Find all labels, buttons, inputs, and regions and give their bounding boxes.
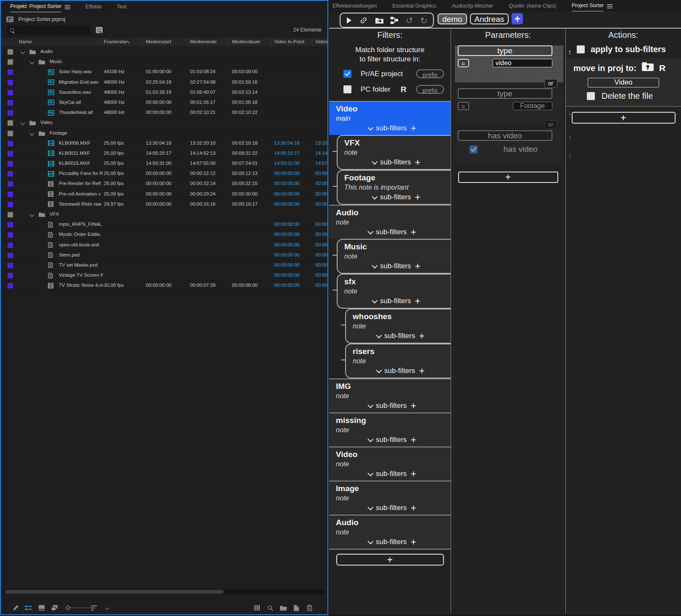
tab-left-1[interactable]: Effekte [85, 2, 102, 12]
label-color-chip[interactable] [8, 212, 13, 217]
label-color-chip[interactable] [8, 49, 13, 55]
add-filter-button[interactable]: + [336, 554, 444, 566]
column-divider[interactable] [271, 39, 271, 45]
expand-chevron-icon[interactable] [20, 49, 25, 54]
filter-name[interactable]: Audio [336, 518, 448, 528]
add-sub-filter-button[interactable]: + [411, 436, 416, 444]
item-name[interactable]: TV set Maske.psd [59, 262, 98, 267]
filter-name[interactable]: Footage [344, 173, 448, 183]
thumbnail-view-icon[interactable] [38, 604, 45, 612]
tab-right-4[interactable]: Project Sorter [572, 0, 612, 11]
project-row-clip[interactable]: Pre-Render for Refl25,00 fps00:00:00:000… [1, 179, 327, 189]
add-sub-filter-button[interactable]: + [415, 158, 420, 167]
column-header-6[interactable]: Video Ou [315, 39, 328, 44]
filter-note[interactable]: main [336, 114, 448, 123]
item-name[interactable]: Piccadilly Fans for R [59, 171, 103, 176]
project-row-bin[interactable]: Video [1, 118, 327, 128]
chevron-down-icon[interactable] [367, 539, 373, 545]
filter-name[interactable]: VFX [344, 138, 448, 148]
delete-file-checkbox[interactable] [587, 92, 595, 100]
project-row-clip[interactable]: TV Stratic Noise 4.m30,00 fps00:00:00:00… [1, 281, 327, 291]
filter-card-whooshes[interactable]: whooshesnotesub-filters+ [345, 309, 451, 344]
label-color-chip[interactable] [8, 80, 13, 85]
target-bin-field[interactable]: Video [588, 78, 659, 87]
or-badge[interactable]: or [544, 79, 557, 88]
chevron-down-icon[interactable] [103, 604, 111, 612]
parameter-value-input[interactable] [493, 59, 552, 67]
column-divider[interactable] [100, 39, 101, 45]
parameter-type-dropdown[interactable]: type [458, 45, 552, 56]
label-color-chip[interactable] [8, 161, 13, 167]
label-color-chip[interactable] [8, 69, 13, 75]
redo-button[interactable]: ↻ [420, 16, 428, 25]
move-parameter-down-icon[interactable]: ↓ [568, 151, 572, 159]
tab-right-2[interactable]: Audioclip-Mischer [452, 1, 494, 11]
item-name[interactable]: Pre-Render for Refl [59, 181, 101, 186]
filter-name[interactable]: Image [336, 484, 448, 494]
panel-menu-icon[interactable] [607, 6, 612, 7]
chevron-down-icon[interactable] [367, 505, 373, 510]
chevron-down-icon[interactable] [372, 263, 377, 269]
filter-card-Video[interactable]: Videomainsub-filters+ [329, 102, 451, 135]
project-row-clip[interactable]: Thunderbeat.aif48000 Hz00:00:00:0000:02:… [1, 108, 327, 118]
or-badge-dim[interactable]: or [544, 120, 557, 129]
filter-note[interactable]: note [344, 252, 448, 261]
freeform-view-icon[interactable] [51, 604, 58, 612]
zoom-slider-icon[interactable] [77, 604, 84, 612]
column-header-4[interactable]: Mediendauer [232, 39, 260, 44]
column-divider[interactable] [312, 39, 312, 45]
item-name[interactable]: mptv_RHPS_FINAL [59, 222, 102, 227]
preset-button-Andreas[interactable]: Andreas [470, 13, 509, 24]
sub-filters-label[interactable]: sub-filters [376, 504, 407, 512]
praeproject-checkbox[interactable] [343, 70, 351, 78]
sub-filters-label[interactable]: sub-filters [376, 402, 407, 410]
item-name[interactable]: Stern.psd [59, 252, 79, 257]
item-name[interactable]: Vintage TV Screen F [59, 272, 103, 278]
filter-card-Music[interactable]: Musicnotesub-filters+ [337, 239, 451, 274]
label-color-chip[interactable] [8, 253, 13, 258]
praeproject-prefix-button[interactable]: prefix [416, 69, 444, 78]
item-name[interactable]: Music [50, 59, 62, 64]
item-name[interactable]: SkyCar.aif [59, 100, 81, 105]
filter-note[interactable]: note [336, 426, 448, 434]
add-action-button[interactable]: + [572, 112, 676, 124]
filter-note[interactable]: note [336, 528, 448, 537]
column-header-1[interactable]: Framerate [104, 39, 126, 44]
filter-note[interactable]: note [336, 391, 448, 400]
label-color-chip[interactable] [8, 131, 13, 136]
expand-chevron-icon[interactable] [29, 131, 34, 135]
project-row-clip[interactable]: Vintage TV Screen F00:00:00:0000:00:04:2… [1, 271, 327, 281]
label-color-chip[interactable] [8, 120, 13, 126]
filter-name[interactable]: whooshes [353, 312, 448, 322]
filter-name[interactable]: IMG [336, 381, 448, 391]
filter-card-Video[interactable]: Videonotesub-filters+ [329, 447, 451, 481]
tab-left-0[interactable]: Projekt: Project Sorter [10, 1, 70, 12]
item-name[interactable]: Video [40, 120, 53, 125]
add-sub-filter-button[interactable]: + [411, 402, 416, 410]
filter-name[interactable]: risers [353, 346, 448, 357]
filter-name[interactable]: Video [336, 449, 448, 460]
filter-name[interactable]: Video [336, 104, 448, 114]
item-name[interactable]: Footage [50, 130, 67, 135]
project-row-clip[interactable]: KLB0006.MXF25,00 fps13:30:04:1813:32:20:… [1, 139, 327, 149]
column-header-3[interactable]: Medienende [190, 39, 216, 44]
new-item-icon[interactable] [293, 604, 300, 612]
expand-chevron-icon[interactable] [20, 121, 25, 125]
has-video-checkbox[interactable] [470, 145, 478, 153]
tab-right-3[interactable]: Quelle: (keine Clips) [509, 1, 556, 11]
preset-button-demo[interactable]: demo [438, 13, 467, 24]
column-divider[interactable] [187, 39, 187, 45]
undo-button[interactable]: ↺ [406, 16, 413, 25]
chevron-down-icon[interactable] [367, 436, 373, 442]
sub-filters-label[interactable]: sub-filters [376, 470, 407, 478]
filter-note[interactable]: note [336, 460, 448, 468]
parameter-type-dropdown[interactable]: has video [458, 130, 552, 141]
project-row-clip[interactable]: Pre-roll Animation v25,00 fps00:00:00:00… [1, 190, 327, 200]
search-icon[interactable] [267, 604, 274, 612]
chevron-down-icon[interactable] [372, 298, 377, 304]
filter-note[interactable]: note [353, 322, 448, 330]
label-color-chip[interactable] [8, 283, 13, 288]
column-stats-icon[interactable] [253, 604, 261, 612]
sub-filters-label[interactable]: sub-filters [376, 124, 407, 132]
parameter-type-dropdown[interactable]: type [458, 88, 552, 99]
